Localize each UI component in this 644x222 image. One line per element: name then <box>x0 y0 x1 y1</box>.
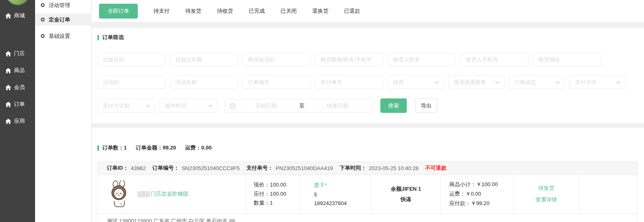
search-button[interactable]: 搜索 <box>380 98 407 113</box>
order-status-select[interactable]: 订单状态 <box>509 75 565 89</box>
empty-cell <box>579 175 637 213</box>
amount-due-value: ￥99.20 <box>471 200 490 206</box>
order-results-panel: 订单数：1 订单金额：99.20 运费：0.00 订单ID：43962 订单编号… <box>92 128 644 222</box>
circle-icon <box>41 34 45 38</box>
filter-section-title: 订单筛选 <box>97 34 124 41</box>
date-range-picker[interactable]: 至 <box>224 99 373 112</box>
payment-method: 余额JIFEN 1 <box>391 185 421 193</box>
order-filter-panel: 订单筛选 排序 是否搜索首单 订单状态 <box>92 28 644 123</box>
activity-name-input[interactable] <box>170 75 238 89</box>
submenu-item-deposit-orders[interactable]: 定金订单 <box>35 14 92 26</box>
order-row: 门店定金阶梯团 现价：100.00 应付：100.00 数量：1 栗子* 5 1… <box>98 175 637 213</box>
chevron-down-icon <box>146 105 150 107</box>
home-icon <box>5 102 11 107</box>
status-cell: 待发货 查看详情 <box>514 175 579 213</box>
order-card: 订单ID：43962 订单编号：SN2305251040CCC8F5 支付单号：… <box>97 161 638 222</box>
order-status-tabbar: 全部订单 待支付 待发货 待收货 已完成 已关闭 退换货 已退款 <box>92 0 644 22</box>
order-sn-value: SN2305251040CCC8F5 <box>182 165 240 171</box>
sidebar-item-label: 商品 <box>14 67 25 74</box>
payment-method-select[interactable]: 支付方式 <box>570 75 626 89</box>
home-icon <box>5 68 11 73</box>
tab-completed[interactable]: 已完成 <box>249 7 265 15</box>
order-time-label: 下单时间： <box>340 164 366 172</box>
quantity-value: 1 <box>270 200 273 206</box>
amount-cell: 商品小计：￥100.00 运费：￥0.00 应付款：￥99.20 <box>441 175 514 213</box>
end-date-input[interactable] <box>307 103 368 109</box>
tab-closed[interactable]: 已关闭 <box>281 7 297 15</box>
main-sidebar: 商城 门店 商品 会员 订单 应用 <box>0 0 35 222</box>
tab-pending-payment[interactable]: 待支付 <box>153 7 170 15</box>
sort-select[interactable]: 排序 <box>388 75 444 89</box>
delivery-address-input[interactable] <box>533 53 601 66</box>
subtotal-label: 商品小计： <box>449 181 476 187</box>
order-summary: 订单数：1 订单金额：99.20 运费：0.00 <box>97 144 217 152</box>
consignee-phone-input[interactable] <box>460 53 528 66</box>
shipping-fee-value: ￥0.00 <box>465 191 481 197</box>
main-content: 全部订单 待支付 待发货 待收货 已完成 已关闭 退换货 已退款 订单筛选 <box>92 0 644 222</box>
order-address-row: 测试 13800123800 广东省 广州市 白云区 黄石街道 88 <box>98 213 637 222</box>
quantity-label: 数量： <box>254 200 270 206</box>
tab-return-exchange[interactable]: 退换货 <box>312 7 328 15</box>
sidebar-item-label: 应用 <box>14 117 25 125</box>
chevron-down-icon <box>495 81 499 84</box>
start-date-input[interactable] <box>236 103 297 109</box>
sidebar-item-orders[interactable]: 订单 <box>0 98 35 110</box>
home-icon <box>5 51 11 56</box>
sidebar-item-goods[interactable]: 商品 <box>0 65 35 76</box>
delivery-method: 快递 <box>401 196 411 203</box>
order-time-value: 2023-05-25 10:40:28 <box>369 165 419 171</box>
pickup-point-id-input[interactable] <box>97 53 165 66</box>
filter-row-3: 支付方式组 操作时间 至 搜索 导出 <box>97 98 437 113</box>
order-count-label: 订单数： <box>102 145 124 151</box>
payable-value: 100.00 <box>270 191 286 197</box>
chevron-down-icon <box>434 81 439 84</box>
operation-time-select[interactable]: 操作时间 <box>160 99 218 112</box>
payable-label: 应付： <box>254 191 270 197</box>
home-icon <box>5 119 11 124</box>
product-avatar <box>109 180 131 208</box>
activity-id-input[interactable] <box>97 75 165 89</box>
order-amount-label: 订单金额： <box>136 145 163 151</box>
export-button[interactable]: 导出 <box>415 98 437 113</box>
consignee-name-input[interactable] <box>388 53 456 66</box>
submenu-item-activity-management[interactable]: 活动管理 <box>35 0 92 11</box>
sidebar-item-members[interactable]: 会员 <box>0 82 35 93</box>
first-order-search-select[interactable]: 是否搜索首单 <box>448 75 505 89</box>
order-count-value: 1 <box>124 145 127 151</box>
pickup-point-name-input[interactable] <box>170 53 238 66</box>
tab-pending-receipt[interactable]: 待收货 <box>217 7 233 15</box>
buyer-name-link[interactable]: 栗子* <box>314 182 371 189</box>
tab-all-orders[interactable]: 全部订单 <box>99 4 138 19</box>
circle-icon <box>41 18 45 21</box>
payment-number-input[interactable] <box>315 75 383 89</box>
sidebar-item-apps[interactable]: 应用 <box>0 115 35 127</box>
sidebar-item-label: 商城 <box>14 12 25 19</box>
order-status-text: 待发货 <box>538 185 554 192</box>
secondary-sidebar: 活动管理 定金订单 基础设置 <box>35 0 92 222</box>
clock-icon <box>230 103 236 109</box>
submenu-item-basic-settings[interactable]: 基础设置 <box>35 30 92 42</box>
price-cell: 现价：100.00 应付：100.00 数量：1 <box>246 175 300 213</box>
accent-bar <box>97 35 99 40</box>
tab-pending-shipment[interactable]: 待发货 <box>185 7 201 15</box>
sidebar-item-label: 会员 <box>14 84 25 91</box>
sidebar-item-mall[interactable]: 商城 <box>0 10 35 21</box>
payment-method-group-select[interactable]: 支付方式组 <box>97 99 155 112</box>
buyer-member-id-input[interactable] <box>243 53 311 66</box>
submenu-item-label: 定金订单 <box>49 16 70 23</box>
tab-refunded[interactable]: 已退款 <box>344 7 360 15</box>
product-name-link[interactable]: 门店定金阶梯团 <box>137 190 188 198</box>
sidebar-item-label: 门店 <box>14 50 25 57</box>
app-logo[interactable] <box>6 0 30 5</box>
sidebar-item-store[interactable]: 门店 <box>0 48 35 59</box>
buyer-nickname-input[interactable] <box>315 53 383 66</box>
order-number-input[interactable] <box>243 75 311 89</box>
view-details-link[interactable]: 查看详情 <box>535 196 557 203</box>
non-refundable-badge: 不可退款 <box>425 164 447 172</box>
amount-due-label: 应付款： <box>449 200 471 206</box>
order-id-value: 43962 <box>131 165 146 171</box>
submenu-item-label: 基础设置 <box>49 33 70 40</box>
payment-sn-value: PN2305251040DAA419 <box>276 165 333 171</box>
redacted-text-block <box>137 191 150 197</box>
home-icon <box>5 85 11 90</box>
